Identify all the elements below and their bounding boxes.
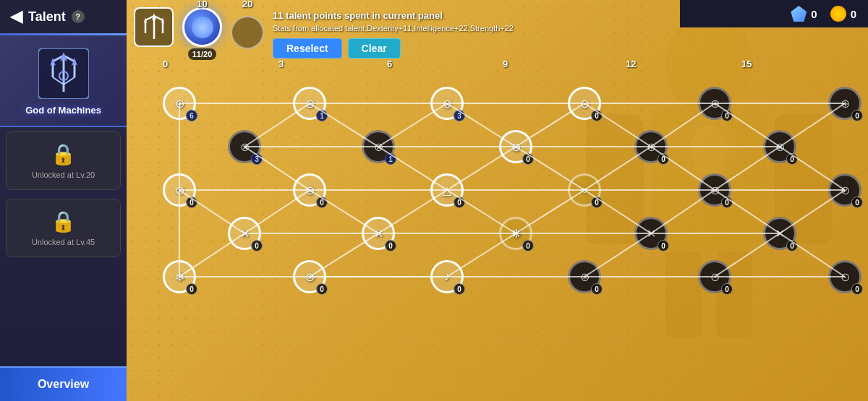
node-icon: ⊙ [841, 270, 850, 284]
talent-node-r2-c4[interactable]: △0 [430, 173, 464, 207]
node-icon: ⊘ [710, 184, 720, 197]
lock-icon-2: 🔒 [51, 210, 76, 233]
node-count: 0 [721, 283, 733, 295]
talent-header: 10 11/20 20 11 talent points spent in cu… [134, 7, 514, 60]
clear-button[interactable]: Clear [348, 38, 401, 59]
node-icon: ⊙ [580, 97, 590, 111]
talent-node-r2-c10[interactable]: ⊘0 [828, 173, 861, 207]
talent-node-r1-c9[interactable]: ⊗0 [763, 130, 796, 163]
coin-icon [830, 6, 846, 22]
talent-icon-svg [140, 13, 169, 42]
talent-node-r0-c6[interactable]: ⊙0 [568, 87, 601, 120]
talent-node-r4-c0[interactable]: ❄0 [163, 260, 196, 293]
node-icon: ♪ [444, 270, 450, 283]
locked-text-2: Unlocked at Lv.45 [32, 238, 95, 246]
node-count: 3 [251, 153, 263, 165]
node-icon: ⊗ [775, 140, 785, 154]
help-button[interactable]: ? [72, 10, 85, 23]
node-count: 0 [851, 110, 863, 121]
node-icon: ⊗ [240, 140, 250, 154]
talent-node-r2-c0[interactable]: ⊘0 [163, 173, 196, 207]
overview-button[interactable]: Overview [0, 366, 127, 401]
node-icon: ⊕ [710, 97, 720, 111]
character-name: God of Machines [25, 105, 101, 116]
node-count: 0 [591, 283, 603, 295]
level-top: 10 [197, 0, 207, 9]
node-icon: ⊛ [580, 270, 590, 284]
talent-node-r4-c10[interactable]: ⊙0 [828, 260, 861, 293]
sidebar-title: Talent [28, 9, 66, 25]
node-count: 0 [658, 153, 669, 165]
level-20-display: 20 [231, 9, 264, 49]
node-icon: ✕ [374, 227, 383, 241]
node-count: 0 [186, 197, 197, 208]
stats-text: Stats from allocated talent:Dexterity+11… [273, 24, 514, 33]
node-count: 0 [851, 283, 863, 295]
talent-node-r1-c5[interactable]: ⊛0 [499, 130, 532, 163]
talent-node-r0-c0[interactable]: ⊕6 [163, 87, 196, 120]
node-icon: ❋ [511, 227, 521, 241]
node-count: 0 [658, 240, 669, 251]
node-icon: ⊗ [443, 97, 452, 111]
node-icon: ⊘ [841, 184, 850, 197]
node-count: 0 [251, 240, 263, 251]
reselect-button[interactable]: Reselect [273, 38, 342, 59]
node-count: 0 [786, 153, 798, 165]
node-count: 1 [316, 110, 328, 121]
talent-node-r0-c2[interactable]: ⊛1 [293, 87, 326, 120]
locked-panel-1: 🔒 Unlocked at Lv.20 [6, 131, 121, 190]
gem-icon [791, 6, 807, 22]
node-count: 0 [721, 110, 733, 121]
talent-node-r3-c7[interactable]: ✕0 [634, 217, 668, 250]
talent-node-r4-c2[interactable]: ⊛0 [293, 260, 326, 293]
node-icon: ⊗ [374, 140, 383, 154]
node-count: 0 [522, 153, 534, 165]
skill-circle [182, 7, 222, 47]
node-count: 0 [454, 197, 465, 208]
level-20-circle [231, 16, 264, 49]
node-count: 1 [385, 153, 396, 165]
header-text-section: 11 talent points spent in current panel … [273, 7, 514, 59]
talent-node-r4-c4[interactable]: ♪0 [430, 260, 464, 293]
talent-node-r2-c2[interactable]: ⊛0 [293, 173, 326, 207]
level-fraction: 11/20 [188, 48, 217, 60]
talent-node-r2-c8[interactable]: ⊘0 [698, 173, 731, 207]
talent-node-r3-c1[interactable]: ✕0 [228, 217, 261, 250]
node-count: 0 [385, 240, 396, 251]
node-count: 0 [316, 197, 328, 208]
node-count: 0 [721, 197, 733, 208]
talent-node-r3-c9[interactable]: ✕0 [763, 217, 796, 250]
node-icon: ⊛ [305, 184, 315, 197]
node-count: 0 [454, 283, 465, 295]
locked-panel-2: 🔒 Unlocked at Lv.45 [6, 199, 121, 257]
back-button[interactable]: ◀ Talent ? [0, 0, 127, 33]
back-arrow-icon: ◀ [10, 7, 22, 26]
level-display: 10 11/20 [182, 7, 222, 60]
points-text: 11 talent points spent in current panel [273, 10, 514, 21]
gem-counter: 0 [791, 6, 817, 22]
talent-node-r1-c1[interactable]: ⊗3 [228, 130, 261, 163]
coin-counter: 0 [830, 6, 856, 22]
talent-node-r1-c7[interactable]: ⊛0 [634, 130, 668, 163]
talent-node-r0-c8[interactable]: ⊕0 [698, 87, 731, 120]
talent-node-r1-c3[interactable]: ⊗1 [362, 130, 395, 163]
node-count: 0 [786, 240, 798, 251]
scale-marker-15: 15 [741, 59, 752, 69]
node-icon: ⊘ [175, 184, 184, 197]
node-icon: ⊕ [841, 97, 850, 111]
node-icon: ⊛ [647, 140, 656, 154]
talent-node-r0-c4[interactable]: ⊗3 [430, 87, 464, 120]
talent-node-r2-c6[interactable]: ○0 [568, 173, 601, 207]
level-20-number: 20 [242, 0, 252, 9]
node-icon: ✕ [647, 227, 656, 241]
talent-node-r4-c6[interactable]: ⊛0 [568, 260, 601, 293]
node-icon: △ [443, 184, 451, 197]
node-count: 6 [186, 110, 197, 121]
node-count: 0 [186, 283, 197, 295]
talent-node-r3-c5[interactable]: ❋0 [499, 217, 532, 250]
talent-node-r0-c10[interactable]: ⊕0 [828, 87, 861, 120]
talent-node-r4-c8[interactable]: ⊙0 [698, 260, 731, 293]
node-icon: ✕ [775, 227, 785, 241]
scale-marker-12: 12 [626, 59, 636, 69]
talent-node-r3-c3[interactable]: ✕0 [362, 217, 395, 250]
